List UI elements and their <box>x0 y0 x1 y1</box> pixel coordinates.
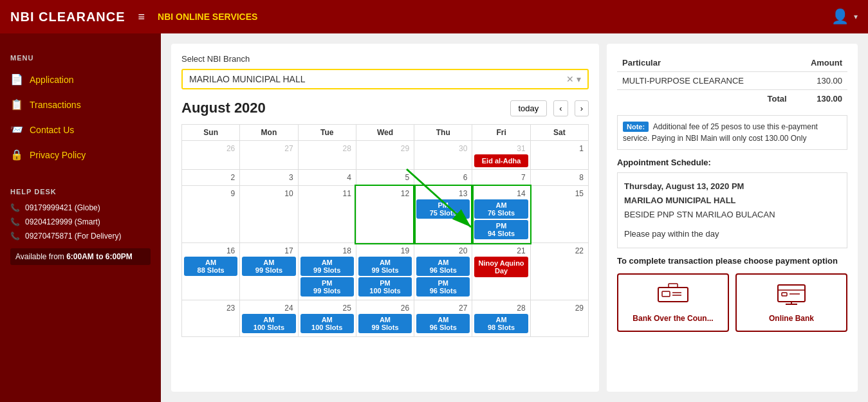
day-number: 14 <box>474 188 528 199</box>
day-number: 19 <box>358 245 412 257</box>
calendar-cell: 13PM 75 Slots <box>414 186 472 243</box>
calendar-cell: 22 <box>530 243 588 300</box>
bank-counter-button[interactable]: Bank Over the Coun... <box>617 273 729 332</box>
calendar-cell: 4 <box>298 170 356 186</box>
calendar-cell: 1 <box>530 141 588 170</box>
next-month-button[interactable]: › <box>575 100 589 116</box>
available-time: 6:00AM to 6:00PM <box>66 252 133 261</box>
payment-section: To complete transaction please choose pa… <box>617 256 847 266</box>
online-bank-button[interactable]: Online Bank <box>735 273 847 332</box>
sidebar-item-contact-us[interactable]: 📨 Contact Us <box>0 117 161 142</box>
day-number: 12 <box>358 188 412 199</box>
col-fri: Fri <box>472 125 530 141</box>
calendar-header: August 2020 today ‹ › <box>181 100 589 116</box>
application-icon: 📄 <box>10 73 23 86</box>
user-dropdown-icon[interactable]: ▾ <box>854 12 858 21</box>
branch-select[interactable]: MARILAO MUNICIPAL HALL ✕ ▾ <box>181 69 589 89</box>
today-button[interactable]: today <box>510 100 548 116</box>
available-hours: Available from 6:00AM to 6:00PM <box>10 248 151 265</box>
calendar-cell: 19AM 99 SlotsPM 100 Slots <box>356 243 414 300</box>
slot-button[interactable]: AM 100 Slots <box>242 314 295 333</box>
slot-button[interactable]: PM 99 Slots <box>300 277 354 297</box>
hamburger-icon[interactable]: ≡ <box>138 10 145 24</box>
calendar-cell: 11 <box>298 186 356 243</box>
menu-section-label: MENU <box>0 49 161 67</box>
calendar-section: Select NBI Branch MARILAO MUNICIPAL HALL… <box>171 44 599 392</box>
svg-rect-3 <box>662 291 670 297</box>
privacy-policy-icon: 🔒 <box>10 149 23 161</box>
bank-counter-icon <box>657 282 689 310</box>
col-sun: Sun <box>182 125 240 141</box>
helpdesk-label: HELP DESK <box>10 188 151 196</box>
fee-table: Particular Amount MULTI-PURPOSE CLEARANC… <box>617 54 847 107</box>
slot-button[interactable]: AM 100 Slots <box>300 314 354 333</box>
calendar-cell: 5 <box>356 170 414 186</box>
fee-total-label: Total <box>617 90 792 108</box>
user-icon[interactable]: 👤 <box>831 8 849 25</box>
calendar-cell: 25AM 100 Slots <box>298 300 356 337</box>
phone-delivery-icon: 📞 <box>10 232 20 241</box>
sidebar-item-transactions[interactable]: 📋 Transactions <box>0 92 161 117</box>
calendar-cell: 27 <box>240 141 298 170</box>
fee-row: MULTI-PURPOSE CLEARANCE130.00 <box>617 72 847 90</box>
calendar-cell: 30 <box>414 141 472 170</box>
slot-button[interactable]: AM 98 Slots <box>474 314 528 333</box>
note-box: Note: Additional fee of 25 pesos to use … <box>617 115 847 150</box>
day-number: 7 <box>474 172 528 183</box>
payment-options: Bank Over the Coun... <box>617 273 847 332</box>
slot-button[interactable]: PM 100 Slots <box>358 277 412 297</box>
fee-total-value: 130.00 <box>792 90 847 108</box>
schedule-box: Thursday, August 13, 2020 PM MARILAO MUN… <box>617 172 847 248</box>
phone-globe-icon: 📞 <box>10 203 20 212</box>
phone-delivery: 📞 09270475871 (For Delivery) <box>10 232 151 241</box>
main-layout: MENU 📄 Application 📋 Transactions 📨 Cont… <box>0 33 868 402</box>
prev-month-button[interactable]: ‹ <box>553 100 568 116</box>
calendar-week-row: 16AM 88 Slots17AM 99 Slots18AM 99 SlotsP… <box>182 243 589 300</box>
holiday-label: Eid al-Adha <box>474 154 528 167</box>
appointment-title: Appointment Schedule: <box>617 158 847 167</box>
slot-button[interactable]: AM 99 Slots <box>358 257 412 276</box>
phone-smart-icon: 📞 <box>10 217 20 226</box>
slot-button[interactable]: AM 96 Slots <box>416 257 470 276</box>
calendar-cell: 18AM 99 SlotsPM 99 Slots <box>298 243 356 300</box>
day-number: 28 <box>474 302 528 314</box>
day-number: 5 <box>358 172 412 183</box>
appointment-address: BESIDE PNP STN MARILAO BULACAN <box>624 208 840 222</box>
calendar-cell: 15 <box>530 186 588 243</box>
svg-rect-2 <box>658 288 688 302</box>
day-number: 29 <box>533 302 586 314</box>
slot-button[interactable]: AM 99 Slots <box>300 257 354 276</box>
calendar-cell: 16AM 88 Slots <box>182 243 240 300</box>
slot-button[interactable]: AM 99 Slots <box>242 257 295 276</box>
slot-button[interactable]: PM 94 Slots <box>474 220 528 239</box>
slot-button[interactable]: AM 76 Slots <box>474 199 528 219</box>
appointment-venue: MARILAO MUNICIPAL HALL <box>624 194 840 208</box>
branch-select-controls[interactable]: ✕ ▾ <box>566 74 581 84</box>
fee-particular: MULTI-PURPOSE CLEARANCE <box>617 72 792 90</box>
calendar-grid: Sun Mon Tue Wed Thu Fri Sat 262728293031… <box>181 124 589 337</box>
sidebar-item-application[interactable]: 📄 Application <box>0 67 161 92</box>
slot-button[interactable]: AM 88 Slots <box>184 257 237 276</box>
slot-button[interactable]: PM 75 Slots <box>416 199 470 219</box>
sidebar-item-contact-us-label: Contact Us <box>30 125 74 135</box>
col-mon: Mon <box>240 125 298 141</box>
day-number: 31 <box>474 143 528 154</box>
contact-us-icon: 📨 <box>10 123 23 136</box>
day-number: 3 <box>242 172 295 183</box>
calendar-cell: 29 <box>530 300 588 337</box>
sidebar-item-privacy-policy[interactable]: 🔒 Privacy Policy <box>0 142 161 167</box>
branch-label: Select NBI Branch <box>181 54 589 64</box>
slot-button[interactable]: PM 96 Slots <box>416 277 470 297</box>
branch-select-value: MARILAO MUNICIPAL HALL <box>189 74 566 84</box>
calendar-cell: 3 <box>240 170 298 186</box>
main-content: Select NBI Branch MARILAO MUNICIPAL HALL… <box>161 33 868 402</box>
calendar-cell: 28 <box>298 141 356 170</box>
svg-rect-12 <box>782 293 787 296</box>
slot-button[interactable]: AM 96 Slots <box>416 314 470 333</box>
calendar-cell: 2 <box>182 170 240 186</box>
col-thu: Thu <box>414 125 472 141</box>
day-number: 6 <box>416 172 470 183</box>
slot-button[interactable]: AM 99 Slots <box>358 314 412 333</box>
calendar-cell: 27AM 96 Slots <box>414 300 472 337</box>
day-number: 4 <box>300 172 354 183</box>
